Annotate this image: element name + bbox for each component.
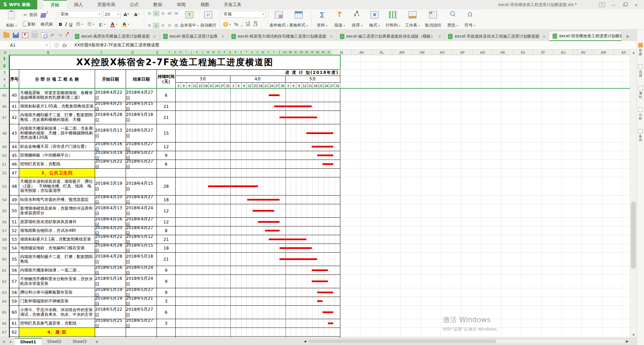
cut-button[interactable]: ✂剪切	[22, 11, 38, 19]
cell-serial[interactable]: 55	[9, 253, 19, 266]
close-tab-icon[interactable]: ×	[543, 34, 546, 39]
header-end[interactable]: 结束日期	[126, 70, 157, 89]
rows-cols-button[interactable]: 行和列 ▾	[383, 10, 403, 29]
empty-cells-right[interactable]	[340, 111, 630, 124]
column-header-AM[interactable]: AM	[392, 50, 412, 55]
cell-task-name[interactable]: 给排水和电气管道的开槽、预埋及固定	[19, 196, 95, 204]
cell-end-date[interactable]	[126, 328, 157, 337]
empty-cells-right[interactable]	[340, 70, 630, 89]
column-header-AO[interactable]: AO	[432, 50, 453, 55]
increase-indent-button[interactable]: ≫	[173, 11, 179, 16]
align-left-button[interactable]: ≡	[146, 23, 153, 28]
sheet-nav-left-icon[interactable]: ◀	[0, 338, 7, 345]
close-tab-icon[interactable]: ×	[153, 34, 156, 39]
cell-start-date[interactable]: 2018年3月19日	[95, 177, 126, 196]
cell-start-date[interactable]: 2018年4月25日	[95, 102, 126, 111]
cell-end-date[interactable]	[126, 169, 157, 177]
cell-end-date[interactable]: 2018年5月15日	[126, 244, 157, 253]
cell-start-date[interactable]: 2018年5月22日	[95, 160, 126, 169]
column-header-N[interactable]: N	[211, 50, 216, 55]
customize-toolbar-icon[interactable]: ▾	[66, 34, 68, 37]
empty-cells-right[interactable]	[340, 235, 630, 244]
fx-icon[interactable]: fx	[62, 43, 67, 48]
cell-duration[interactable]: 21	[157, 253, 176, 266]
row-header-53[interactable]: 53	[0, 177, 9, 196]
cell-serial[interactable]: 44	[9, 142, 19, 151]
cell-start-date[interactable]: 2018年5月19日	[95, 288, 126, 297]
cell-serial[interactable]: 42	[9, 111, 19, 124]
cell-duration[interactable]: 18	[157, 244, 176, 253]
cell-task-name[interactable]: 墙地面聚合物防水，含试水48h	[19, 226, 95, 235]
row-header-45[interactable]: 45	[0, 89, 9, 102]
cell-start-date[interactable]: 2018年5月25日	[95, 319, 126, 328]
unfreeze-button[interactable]: 取消冻结	[422, 10, 444, 29]
sheet-tab-Sheet2[interactable]: Sheet2	[42, 338, 67, 345]
empty-cells-right[interactable]	[340, 226, 630, 235]
plan-title[interactable]: 进 度 计 划(2018年度)	[176, 70, 340, 76]
column-header-AG[interactable]: AG	[315, 50, 320, 55]
percent-button[interactable]: %	[234, 22, 238, 27]
column-header-M[interactable]: M	[205, 50, 211, 55]
align-bottom-button[interactable]: ≡	[160, 11, 166, 16]
cell-start-date[interactable]: 2018年4月20日	[95, 226, 126, 235]
cell-task-name[interactable]: 墙面粘贴瓷片1.05高，含配套阳角线安装	[19, 102, 95, 111]
distribute-button[interactable]: ⊞	[173, 23, 179, 28]
horizontal-scrollbar[interactable]: ◀ ▶	[302, 339, 630, 344]
copy-button[interactable]: 复制	[22, 20, 38, 28]
section-header-cell[interactable]: 3、公共卫生间	[19, 169, 95, 177]
cell-duration[interactable]: 15	[157, 124, 176, 142]
menu-tab-开始[interactable]: 开始	[43, 0, 67, 9]
gantt-cell[interactable]	[176, 253, 340, 266]
cell-task-name[interactable]: 天棚原吊顶和排风管道、墙面瓷片、蹲位（2座）、不锈钢水槽、灯具、线路、电箱等拆除…	[19, 177, 95, 196]
column-header-D[interactable]: D	[117, 50, 148, 55]
cell-duration[interactable]: 21	[157, 235, 176, 244]
side-panel-item-分析[interactable]: 分析	[638, 107, 643, 120]
cell-start-date[interactable]: 2018年5月19日	[95, 151, 126, 160]
column-header-AP[interactable]: AP	[453, 50, 473, 55]
cell-task-name[interactable]: 内墙面天棚刮腻子二道、打磨，配套阴阳角线，含走廊和楼梯的墙面、天棚	[19, 111, 95, 124]
column-header-AL[interactable]: AL	[372, 50, 392, 55]
row-header-63[interactable]: 63	[0, 288, 9, 297]
cell-end-date[interactable]: 2018年5月24日	[126, 266, 157, 275]
column-header-AU[interactable]: AU	[553, 50, 573, 55]
horizontal-scroll-thumb[interactable]	[308, 340, 496, 343]
cell-serial[interactable]: 43	[9, 124, 19, 142]
redo-icon[interactable]: ↷	[58, 33, 62, 38]
header-task[interactable]: 分 部 分 项 工 程 名 称	[19, 70, 95, 89]
shrink-font-button[interactable]: A⁻	[132, 11, 141, 19]
empty-cells-right[interactable]	[340, 253, 630, 266]
scroll-down-arrow[interactable]: ▼	[630, 332, 637, 338]
row-header-1[interactable]: 1	[0, 55, 9, 62]
column-header-J[interactable]: J	[189, 50, 194, 55]
scroll-left-arrow[interactable]: ◀	[302, 339, 308, 344]
doc-tab-1[interactable]: excel-高层住宅楼施工进度计划横道图×	[72, 32, 160, 41]
comma-button[interactable]: ,	[241, 21, 243, 27]
gantt-cell[interactable]	[176, 297, 340, 306]
gantt-cell[interactable]	[176, 235, 340, 244]
cell-start-date[interactable]: 2018年4月16日	[95, 218, 126, 226]
conditional-format-button[interactable]: 条件格式 ▾	[270, 10, 288, 29]
cell-start-date[interactable]: 2018年4月28日	[95, 244, 126, 253]
gantt-cell[interactable]	[176, 177, 340, 196]
align-right-button[interactable]: ≡	[160, 23, 166, 28]
cell-task-name[interactable]: 蹲位和小便斗隔断板製作安裝	[19, 288, 95, 297]
cell-start-date[interactable]: 2018年5月22日	[95, 306, 126, 319]
empty-cells-right[interactable]	[340, 177, 630, 196]
row-header-47[interactable]: 47	[0, 111, 9, 124]
sort-button[interactable]: AZ ↓ 排序 ▾	[348, 10, 366, 29]
cell-start-date[interactable]	[95, 169, 126, 177]
row-header-50[interactable]: 50	[0, 151, 9, 160]
cell-duration[interactable]: 9	[157, 288, 176, 297]
empty-cells-right[interactable]	[340, 55, 630, 70]
menu-tab-页面布局[interactable]: 页面布局	[90, 0, 123, 9]
gantt-cell[interactable]	[176, 306, 340, 319]
empty-cells-right[interactable]	[340, 142, 630, 151]
row-header-57[interactable]: 57	[0, 226, 9, 235]
empty-cells-right[interactable]	[340, 204, 630, 218]
gantt-cell[interactable]	[176, 226, 340, 235]
gantt-cell[interactable]	[176, 244, 340, 253]
cell-end-date[interactable]: 2018年5月27日	[126, 160, 157, 169]
empty-cells-right[interactable]	[340, 124, 630, 142]
open-file-icon[interactable]	[3, 33, 9, 38]
increase-decimal-button[interactable]: +.0.00	[245, 21, 250, 27]
